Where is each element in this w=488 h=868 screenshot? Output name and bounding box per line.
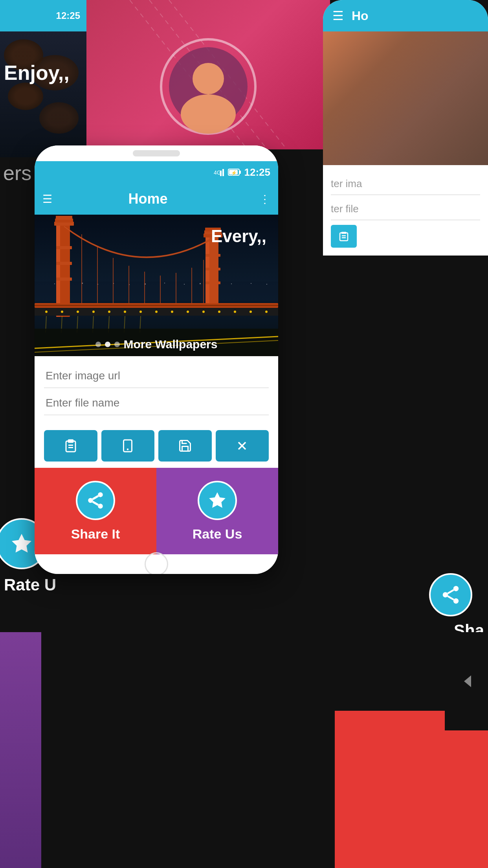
bottom-buttons: Share It Rate Us	[35, 468, 278, 554]
svg-text:4G: 4G	[214, 169, 221, 176]
svg-point-70	[45, 311, 48, 313]
svg-point-102	[98, 492, 103, 497]
svg-point-14	[453, 598, 459, 604]
svg-point-83	[250, 311, 252, 313]
wallpaper-banner[interactable]: Every,, More Wallpapers	[35, 215, 278, 356]
more-options-icon[interactable]: ⋮	[259, 193, 270, 206]
svg-rect-39	[231, 283, 232, 284]
svg-rect-8	[340, 233, 348, 241]
svg-point-74	[108, 311, 110, 313]
svg-line-16	[448, 590, 453, 594]
svg-rect-35	[164, 283, 165, 283]
bg-right-input2: ter file	[331, 198, 480, 220]
svg-point-71	[61, 311, 63, 313]
svg-rect-46	[56, 216, 72, 220]
svg-point-82	[234, 311, 236, 313]
bg-right-clipboard-btn	[331, 225, 357, 248]
svg-rect-40	[251, 283, 251, 284]
file-name-input[interactable]	[44, 391, 269, 415]
svg-point-73	[92, 311, 95, 313]
svg-rect-49	[56, 278, 72, 281]
rate-us-label: Rate Us	[193, 526, 242, 542]
star-icon	[207, 491, 227, 510]
svg-rect-23	[240, 171, 241, 174]
close-icon	[235, 439, 249, 453]
close-button[interactable]	[216, 430, 269, 462]
share-circle	[76, 481, 115, 520]
clipboard-button[interactable]	[44, 430, 97, 462]
hamburger-icon[interactable]: ☰	[42, 193, 52, 206]
save-icon	[178, 439, 192, 453]
svg-point-104	[98, 504, 103, 509]
save-button[interactable]	[158, 430, 212, 462]
rate-circle	[198, 481, 237, 520]
svg-point-12	[453, 586, 459, 592]
network-icon: 4G	[214, 167, 225, 177]
status-icons: 4G ⚡ 12:25	[214, 166, 271, 178]
bg-right-panel: ☰ Ho ter ima ter file	[323, 0, 488, 236]
svg-rect-20	[222, 169, 224, 176]
appbar-title: Home	[60, 191, 236, 207]
svg-point-5	[193, 63, 224, 94]
bg-rate-text: Rate U	[0, 573, 60, 597]
svg-rect-19	[220, 171, 222, 176]
carousel-dot-1[interactable]	[95, 342, 101, 347]
svg-point-6	[181, 94, 236, 134]
svg-rect-56	[205, 268, 220, 270]
svg-rect-95	[68, 440, 73, 442]
banner-wallpapers-text: More Wallpapers	[124, 338, 218, 351]
bg-right-hamburger: ☰	[332, 8, 344, 23]
bg-share-circle	[429, 573, 472, 616]
svg-text:⚡: ⚡	[231, 170, 237, 176]
svg-line-106	[93, 496, 98, 499]
status-time: 12:25	[244, 166, 271, 178]
rate-us-button[interactable]: Rate Us	[156, 468, 278, 554]
phone-notch	[133, 150, 180, 156]
bg-bottom-left	[0, 632, 41, 868]
svg-rect-51	[205, 234, 209, 313]
phone-gallery-button[interactable]	[101, 430, 155, 462]
svg-rect-36	[184, 284, 185, 285]
action-buttons-row	[35, 426, 278, 468]
banner-text: Every,,	[211, 226, 266, 246]
svg-point-80	[202, 311, 205, 313]
phone-appbar: ☰ Home ⋮	[35, 183, 278, 215]
bg-left-time: 12:25	[56, 10, 80, 21]
svg-rect-37	[200, 283, 201, 284]
main-phone: 4G ⚡ 12:25 ☰ Home ⋮	[35, 145, 278, 574]
svg-point-79	[187, 311, 189, 313]
status-bar: 4G ⚡ 12:25	[35, 161, 278, 183]
bg-enjoy-text: Enjoy,,	[4, 61, 70, 85]
bg-ers-text: ers	[0, 161, 31, 185]
svg-point-72	[77, 311, 79, 313]
image-url-input[interactable]	[44, 364, 269, 388]
svg-point-84	[265, 311, 268, 313]
share-it-button[interactable]: Share It	[35, 468, 156, 554]
svg-rect-55	[205, 254, 220, 257]
svg-rect-68	[35, 305, 278, 306]
svg-point-75	[124, 311, 126, 313]
svg-marker-107	[209, 492, 226, 508]
svg-point-77	[155, 311, 158, 313]
svg-rect-27	[35, 281, 278, 305]
bg-right-home-text: Ho	[352, 9, 369, 23]
banner-bottom: More Wallpapers	[35, 333, 278, 356]
share-it-label: Share It	[71, 526, 120, 542]
phone-top-bezel	[35, 145, 278, 161]
svg-rect-48	[56, 262, 72, 265]
carousel-dot-2[interactable]	[105, 342, 110, 347]
phone-inputs	[35, 356, 278, 426]
avatar-circle-svg	[157, 35, 259, 138]
svg-point-103	[88, 498, 93, 503]
svg-rect-28	[54, 283, 55, 284]
carousel-dot-3[interactable]	[114, 342, 120, 347]
svg-line-15	[448, 596, 453, 600]
svg-point-81	[218, 311, 220, 313]
svg-rect-43	[56, 223, 60, 317]
phone-bottom-bezel	[35, 554, 278, 574]
svg-rect-47	[56, 246, 72, 249]
share-icon	[86, 491, 105, 510]
svg-rect-41	[266, 284, 267, 285]
phone-home-button[interactable]	[145, 552, 168, 574]
svg-point-76	[139, 311, 142, 313]
